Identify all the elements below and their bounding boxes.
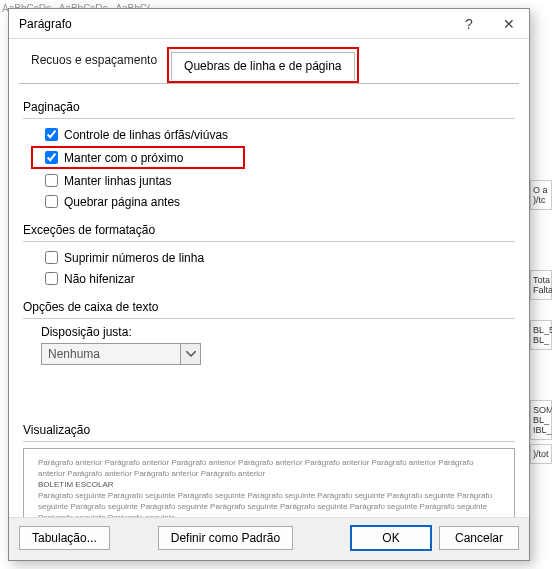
titlebar: Parágrafo ? ✕ bbox=[9, 9, 529, 39]
tab-label: Quebras de linha e de página bbox=[184, 59, 341, 73]
preview-before-text: Parágrafo anterior Parágrafo anterior Pa… bbox=[38, 457, 500, 479]
separator bbox=[23, 318, 515, 319]
highlight-box-tab: Quebras de linha e de página bbox=[167, 47, 358, 83]
set-default-button[interactable]: Definir como Padrão bbox=[158, 526, 293, 550]
checkbox-label: Quebrar página antes bbox=[64, 195, 180, 209]
tight-wrap-combo[interactable]: Nenhuma bbox=[41, 343, 201, 365]
preview-box: Parágrafo anterior Parágrafo anterior Pa… bbox=[23, 448, 515, 517]
checkbox-input[interactable] bbox=[45, 251, 58, 264]
checkbox-input[interactable] bbox=[45, 174, 58, 187]
checkbox-label: Controle de linhas órfãs/viúvas bbox=[64, 128, 228, 142]
combo-value: Nenhuma bbox=[42, 347, 180, 361]
tab-indent-spacing[interactable]: Recuos e espaçamento bbox=[19, 47, 169, 83]
cancel-button[interactable]: Cancelar bbox=[439, 526, 519, 550]
checkbox-widow-orphan[interactable]: Controle de linhas órfãs/viúvas bbox=[41, 125, 515, 144]
checkbox-suppress-line-numbers[interactable]: Suprimir números de linha bbox=[41, 248, 515, 267]
separator bbox=[23, 441, 515, 442]
group-exceptions-label: Exceções de formatação bbox=[23, 223, 515, 237]
ok-button[interactable]: OK bbox=[351, 526, 431, 550]
checkbox-label: Não hifenizar bbox=[64, 272, 135, 286]
checkbox-label: Suprimir números de linha bbox=[64, 251, 204, 265]
tabs-button[interactable]: Tabulação... bbox=[19, 526, 110, 550]
checkbox-keep-with-next[interactable] bbox=[45, 151, 58, 164]
close-button[interactable]: ✕ bbox=[489, 9, 529, 39]
separator bbox=[23, 241, 515, 242]
bg-cell: BL_5 BL_ bbox=[530, 320, 552, 350]
checkbox-input[interactable] bbox=[45, 128, 58, 141]
checkbox-keep-lines[interactable]: Manter linhas juntas bbox=[41, 171, 515, 190]
background-right-column: O a )/tc Tota Falta BL_5 BL_ SOM BL_ IBL… bbox=[530, 0, 552, 569]
checkbox-label: Manter linhas juntas bbox=[64, 174, 171, 188]
tab-label: Recuos e espaçamento bbox=[31, 53, 157, 67]
checkbox-no-hyphenate[interactable]: Não hifenizar bbox=[41, 269, 515, 288]
paragraph-dialog: Parágrafo ? ✕ Recuos e espaçamento Quebr… bbox=[8, 8, 530, 561]
chevron-down-icon[interactable] bbox=[180, 344, 200, 364]
checkbox-input[interactable] bbox=[45, 272, 58, 285]
checkbox-input[interactable] bbox=[45, 195, 58, 208]
tab-line-page-breaks[interactable]: Quebras de linha e de página bbox=[171, 52, 354, 80]
group-textbox-label: Opções de caixa de texto bbox=[23, 300, 515, 314]
button-bar: Tabulação... Definir como Padrão OK Canc… bbox=[9, 517, 529, 560]
help-button[interactable]: ? bbox=[449, 9, 489, 39]
checkbox-page-break-before[interactable]: Quebrar página antes bbox=[41, 192, 515, 211]
dialog-title: Parágrafo bbox=[19, 17, 449, 31]
highlight-box-keep-next: Manter com o próximo bbox=[31, 146, 245, 169]
tab-strip: Recuos e espaçamento Quebras de linha e … bbox=[9, 39, 529, 83]
separator bbox=[23, 118, 515, 119]
dialog-body: Paginação Controle de linhas órfãs/viúva… bbox=[19, 83, 519, 517]
bg-cell: SOM BL_ IBL_ bbox=[530, 400, 552, 440]
tight-wrap-label: Disposição justa: bbox=[41, 325, 515, 339]
bg-cell: Tota Falta bbox=[530, 270, 552, 300]
preview-after-text: Parágrafo seguinte Parágrafo seguinte Pa… bbox=[38, 490, 500, 517]
group-pagination-label: Paginação bbox=[23, 100, 515, 114]
preview-sample-text: BOLETIM ESCOLAR bbox=[38, 479, 500, 490]
bg-cell: )/tot bbox=[530, 444, 552, 464]
bg-cell: O a )/tc bbox=[530, 180, 552, 210]
checkbox-label: Manter com o próximo bbox=[64, 151, 183, 165]
group-preview-label: Visualização bbox=[23, 423, 515, 437]
